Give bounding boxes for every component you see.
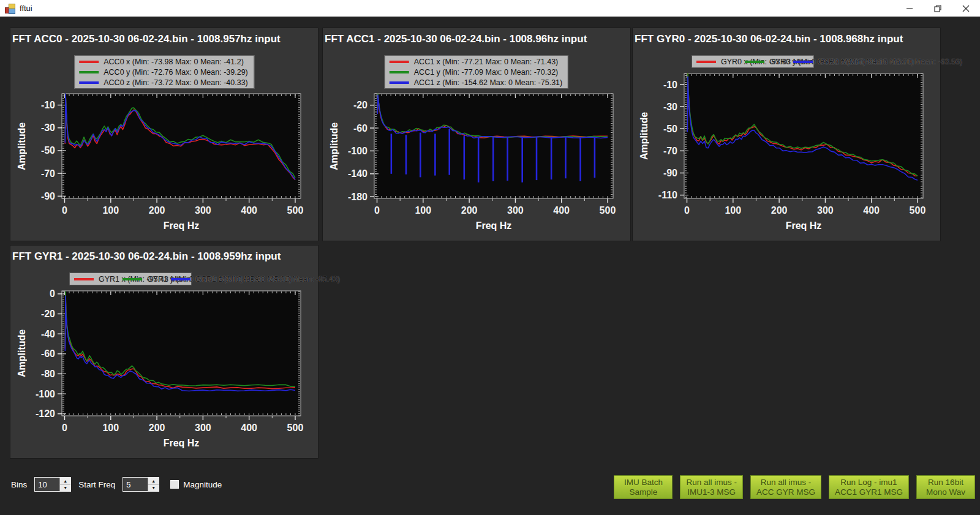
legend-swatch-x xyxy=(79,61,99,63)
legend-swatch-z xyxy=(171,278,190,280)
legend-label: GYR1 z (Min: -95.38 Max: 0 Mean: -85.43) xyxy=(195,275,340,284)
start-freq-value[interactable]: 5 xyxy=(123,478,148,491)
start-freq-up-icon[interactable]: ▲ xyxy=(148,478,159,485)
svg-text:100: 100 xyxy=(415,205,431,216)
fft-panel-acc0: FFT ACC0 - 2025-10-30 06-02-24.bin - 100… xyxy=(10,28,318,241)
y-axis-label: Amplitude xyxy=(328,94,341,198)
x-axis-label: Freq Hz xyxy=(374,220,613,231)
button-line: Sample xyxy=(630,487,658,497)
svg-text:0: 0 xyxy=(62,423,67,433)
legend-swatch-z xyxy=(79,81,99,84)
chart-legend: ACC1 x (Min: -77.21 Max: 0 Mean: -71.43)… xyxy=(385,55,568,89)
svg-text:-60: -60 xyxy=(353,123,368,133)
run-all-imus-acc-gyr-msg-button[interactable]: Run all imus -ACC GYR MSG xyxy=(750,475,821,499)
start-freq-down-icon[interactable]: ▼ xyxy=(148,485,159,492)
run-buttons: IMU BatchSample Run all imus -IMU1-3 MSG… xyxy=(614,475,975,499)
bins-down-icon[interactable]: ▼ xyxy=(60,485,70,492)
legend-label: ACC0 y (Min: -72.76 Max: 0 Mean: -39.29) xyxy=(104,68,248,77)
svg-text:100: 100 xyxy=(102,205,119,216)
minimize-icon[interactable] xyxy=(895,0,924,17)
chart-legend-overlapping: GYR1 x (Min: -95.43 Max: 0 Mean: -85.31)… xyxy=(69,273,192,285)
bins-stepper-arrows: ▲ ▼ xyxy=(59,478,70,491)
svg-text:500: 500 xyxy=(287,205,304,216)
svg-text:400: 400 xyxy=(241,205,257,216)
legend-item: GYR0 z (Min: -94.05 Max: 0 Mean: -63.56) xyxy=(793,56,962,67)
svg-text:-10: -10 xyxy=(41,100,55,110)
svg-text:500: 500 xyxy=(287,423,304,433)
svg-text:-70: -70 xyxy=(663,146,677,156)
x-axis-label: Freq Hz xyxy=(684,220,923,231)
fft-panel-gyr0: FFT GYR0 - 2025-10-30 06-02-24.bin - 100… xyxy=(632,28,941,241)
button-line: Run Log - imu1 xyxy=(840,478,897,487)
bins-up-icon[interactable]: ▲ xyxy=(60,478,70,485)
legend-label: ACC1 z (Min: -154.62 Max: 0 Mean: -75.31… xyxy=(414,78,562,87)
legend-item: ACC1 y (Min: -77.09 Max: 0 Mean: -70.32) xyxy=(390,67,562,77)
legend-swatch-y xyxy=(745,61,764,63)
button-line: IMU Batch xyxy=(624,478,663,487)
app-icon xyxy=(5,4,15,13)
svg-text:500: 500 xyxy=(600,205,616,216)
svg-text:-140: -140 xyxy=(348,168,368,179)
start-freq-stepper[interactable]: 5 ▲ ▼ xyxy=(123,477,159,492)
svg-text:100: 100 xyxy=(102,423,119,433)
restore-icon[interactable] xyxy=(924,0,952,17)
magnitude-checkbox[interactable] xyxy=(170,480,179,489)
window-title: fftui xyxy=(20,4,32,13)
x-axis-label: Freq Hz xyxy=(62,220,301,231)
svg-text:0: 0 xyxy=(50,288,55,299)
svg-text:300: 300 xyxy=(195,423,211,433)
svg-text:-90: -90 xyxy=(41,191,55,201)
legend-swatch-z xyxy=(390,81,409,84)
svg-text:-30: -30 xyxy=(663,102,677,112)
svg-text:0: 0 xyxy=(684,205,690,216)
svg-text:-70: -70 xyxy=(41,168,55,179)
legend-swatch-y xyxy=(390,71,409,73)
svg-text:-100: -100 xyxy=(36,389,55,399)
legend-swatch-y xyxy=(123,278,142,280)
run-log-imu1-acc1-gyr1-msg-button[interactable]: Run Log - imu1ACC1 GYR1 MSG xyxy=(829,475,909,499)
button-line: ACC GYR MSG xyxy=(756,487,815,497)
bins-stepper[interactable]: 10 ▲ ▼ xyxy=(34,477,71,492)
button-line: Mono Wav xyxy=(926,487,965,497)
magnitude-label: Magnitude xyxy=(183,480,222,489)
legend-item: ACC0 x (Min: -73.98 Max: 0 Mean: -41.2) xyxy=(79,56,248,67)
bins-value[interactable]: 10 xyxy=(35,478,59,491)
chart-title: FFT ACC1 - 2025-10-30 06-02-24.bin - 100… xyxy=(325,33,630,45)
svg-text:-110: -110 xyxy=(658,190,677,200)
legend-item: ACC1 x (Min: -77.21 Max: 0 Mean: -71.43) xyxy=(390,56,562,67)
fft-panel-acc1: FFT ACC1 - 2025-10-30 06-02-24.bin - 100… xyxy=(322,28,631,241)
button-line: Run 16bit xyxy=(928,478,963,487)
legend-label: GYR0 z (Min: -94.05 Max: 0 Mean: -63.56) xyxy=(818,58,962,66)
magnitude-option: Magnitude xyxy=(170,480,222,489)
start-freq-label: Start Freq xyxy=(78,480,115,489)
legend-swatch-x xyxy=(696,61,716,63)
titlebar: fftui xyxy=(0,0,980,17)
chart-title: FFT GYR1 - 2025-10-30 06-02-24.bin - 100… xyxy=(12,250,317,263)
svg-text:400: 400 xyxy=(863,205,880,216)
svg-text:0: 0 xyxy=(374,205,380,216)
close-icon[interactable] xyxy=(952,0,980,17)
svg-text:-120: -120 xyxy=(36,408,55,419)
window-controls xyxy=(895,0,980,17)
y-axis-label: Amplitude xyxy=(15,94,29,198)
svg-text:-50: -50 xyxy=(663,124,677,134)
svg-text:-80: -80 xyxy=(41,369,55,379)
chart-title: FFT GYR0 - 2025-10-30 06-02-24.bin - 100… xyxy=(635,33,940,45)
imu-batch-sample-button[interactable]: IMU BatchSample xyxy=(614,475,673,499)
svg-text:-180: -180 xyxy=(348,192,368,202)
svg-text:-90: -90 xyxy=(663,168,677,178)
button-line: Run all imus - xyxy=(686,478,737,487)
legend-swatch-y xyxy=(79,71,99,73)
svg-text:300: 300 xyxy=(195,205,211,216)
svg-text:100: 100 xyxy=(725,205,741,216)
svg-text:-40: -40 xyxy=(41,329,55,339)
chart-legend: ACC0 x (Min: -73.98 Max: 0 Mean: -41.2) … xyxy=(74,55,254,89)
legend-item: ACC1 z (Min: -154.62 Max: 0 Mean: -75.31… xyxy=(390,77,562,88)
svg-text:-60: -60 xyxy=(41,348,55,359)
legend-item: ACC0 y (Min: -72.76 Max: 0 Mean: -39.29) xyxy=(79,67,248,77)
svg-text:-50: -50 xyxy=(41,145,55,156)
run-all-imus-imu1-3-msg-button[interactable]: Run all imus -IMU1-3 MSG xyxy=(680,475,743,499)
svg-text:200: 200 xyxy=(149,205,165,216)
svg-text:-30: -30 xyxy=(41,122,55,133)
run-16bit-mono-wav-button[interactable]: Run 16bitMono Wav xyxy=(916,475,975,499)
